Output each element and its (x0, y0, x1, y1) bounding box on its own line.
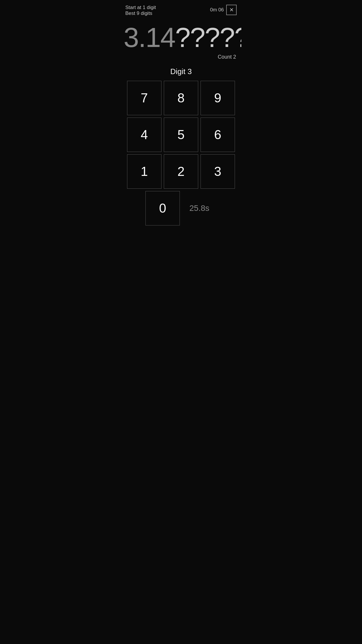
header-left: Start at 1 digit Best 9 digits (125, 5, 156, 16)
close-button[interactable]: ✕ (226, 5, 237, 15)
best-label: Best 9 digits (125, 10, 156, 16)
key-2[interactable]: 2 (164, 154, 198, 189)
keypad-row-3: 1 2 3 (127, 154, 235, 189)
timer-display: 0m 06 (210, 7, 224, 13)
digit-label: Digit 3 (170, 67, 192, 76)
key-8[interactable]: 8 (164, 81, 198, 115)
pi-display: 3.14????? (121, 16, 241, 53)
pi-known-digits: 3.14 (124, 22, 175, 53)
key-5[interactable]: 5 (164, 118, 198, 152)
key-7[interactable]: 7 (127, 81, 161, 115)
pi-unknown-digits: ????? (175, 22, 241, 53)
key-4[interactable]: 4 (127, 118, 161, 152)
keypad-bottom-row: 0 25.8s (145, 191, 217, 225)
header: Start at 1 digit Best 9 digits 0m 06 ✕ (121, 0, 241, 16)
elapsed-timer: 25.8s (182, 191, 217, 225)
keypad: 7 8 9 4 5 6 1 2 3 0 25.8s (121, 81, 241, 225)
keypad-row-2: 4 5 6 (127, 118, 235, 152)
key-9[interactable]: 9 (201, 81, 235, 115)
key-1[interactable]: 1 (127, 154, 161, 189)
key-6[interactable]: 6 (201, 118, 235, 152)
key-0[interactable]: 0 (145, 191, 180, 225)
start-label: Start at 1 digit (125, 5, 156, 10)
count-label: Count 2 (121, 54, 241, 60)
header-right: 0m 06 ✕ (210, 5, 237, 15)
keypad-row-1: 7 8 9 (127, 81, 235, 115)
pi-text: 3.14????? (124, 22, 238, 53)
key-3[interactable]: 3 (201, 154, 235, 189)
